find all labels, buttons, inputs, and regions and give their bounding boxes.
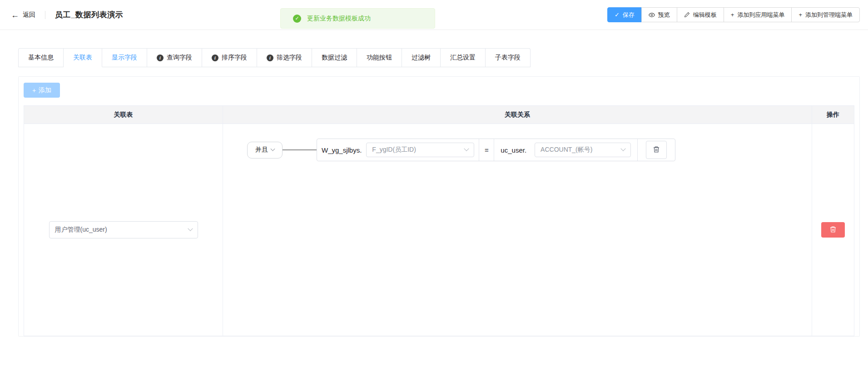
save-button[interactable]: ✓ 保存	[607, 7, 642, 22]
title-divider	[45, 11, 45, 19]
left-field-select[interactable]: F_ygID(员工ID)	[366, 143, 474, 157]
tab-display-fields[interactable]: 显示字段	[102, 49, 147, 67]
back-arrow-icon: ←	[11, 11, 19, 19]
tab-filter-tree[interactable]: 过滤树	[402, 49, 441, 67]
relation-table: 关联表 关联关系 操作 用户管理(uc_user) 并且	[24, 105, 854, 336]
table-row-cell-operation	[812, 124, 854, 336]
chevron-down-icon	[464, 146, 469, 151]
chevron-down-icon	[188, 226, 193, 231]
tab-sort-fields[interactable]: i 排序字段	[202, 49, 257, 67]
condition-connector-line	[283, 149, 317, 150]
add-to-admin-menu-button[interactable]: + 添加到管理端菜单	[791, 7, 860, 22]
chevron-down-icon	[620, 146, 625, 151]
info-icon: i	[157, 55, 164, 61]
toast-message: 更新业务数据模板成功	[307, 15, 371, 23]
column-header-operation: 操作	[812, 106, 854, 124]
add-to-app-menu-button[interactable]: + 添加到应用端菜单	[724, 7, 792, 22]
pencil-icon	[684, 12, 690, 18]
tab-basic-info[interactable]: 基本信息	[19, 49, 64, 67]
table-row-cell-relation-table: 用户管理(uc_user)	[24, 124, 223, 336]
delete-row-button[interactable]	[821, 222, 845, 238]
chevron-down-icon	[271, 146, 275, 151]
right-table-prefix: uc_user.	[501, 146, 526, 154]
add-relation-button[interactable]: + 添加	[24, 83, 60, 98]
eye-icon	[649, 12, 655, 18]
delete-condition-button[interactable]	[646, 141, 667, 159]
relation-condition-row: 并且 W_yg_sjlbys. F_ygID(员工ID) =	[247, 139, 812, 161]
header-actions: ✓ 保存 预览 编辑模板 + 添加到应用端菜单 + 添加到管理端菜单	[607, 7, 860, 22]
right-field-select[interactable]: ACCOUNT_(帐号)	[535, 143, 631, 157]
info-icon: i	[267, 55, 273, 61]
table-row-cell-relation: 并且 W_yg_sjlbys. F_ygID(员工ID) =	[223, 124, 812, 336]
logic-operator-select[interactable]: 并且	[247, 142, 283, 159]
tab-summary-settings[interactable]: 汇总设置	[441, 49, 486, 67]
tab-function-buttons[interactable]: 功能按钮	[357, 49, 402, 67]
success-toast: ✓ 更新业务数据模板成功	[280, 8, 435, 29]
plus-icon: +	[799, 12, 802, 18]
top-bar: ← 返回 员工_数据列表演示 ✓ 更新业务数据模板成功 ✓ 保存 预览 编辑模板…	[0, 0, 868, 30]
left-table-prefix: W_yg_sjlbys.	[322, 146, 362, 154]
trash-icon	[653, 146, 660, 154]
tab-query-fields[interactable]: i 查询字段	[147, 49, 202, 67]
preview-button[interactable]: 预览	[641, 7, 677, 22]
tab-subtable-fields[interactable]: 子表字段	[486, 49, 530, 67]
check-icon: ✓	[615, 12, 620, 18]
tab-filter-fields[interactable]: i 筛选字段	[257, 49, 312, 67]
back-button[interactable]: ← 返回	[11, 11, 35, 19]
edit-template-button[interactable]: 编辑模板	[677, 7, 724, 22]
comparator: =	[479, 139, 494, 161]
tab-data-filter[interactable]: 数据过滤	[312, 49, 357, 67]
relation-condition-card: W_yg_sjlbys. F_ygID(员工ID) = uc_user. ACC…	[317, 139, 675, 161]
relation-table-panel: + 添加 关联表 关联关系 操作 用户管理(uc_user) 并且	[18, 76, 860, 337]
plus-icon: +	[731, 12, 734, 18]
related-table-select[interactable]: 用户管理(uc_user)	[49, 221, 198, 238]
column-header-relation-table: 关联表	[24, 106, 223, 124]
config-tabs: 基本信息 关联表 显示字段 i 查询字段 i 排序字段 i 筛选字段 数据过滤 …	[18, 48, 531, 67]
trash-icon	[829, 226, 837, 234]
success-check-icon: ✓	[293, 15, 301, 23]
column-header-relation: 关联关系	[223, 106, 812, 124]
page-title: 员工_数据列表演示	[55, 10, 123, 20]
plus-icon: +	[32, 87, 36, 94]
info-icon: i	[212, 55, 218, 61]
tab-relation-table[interactable]: 关联表	[64, 49, 102, 67]
back-label: 返回	[23, 11, 35, 19]
